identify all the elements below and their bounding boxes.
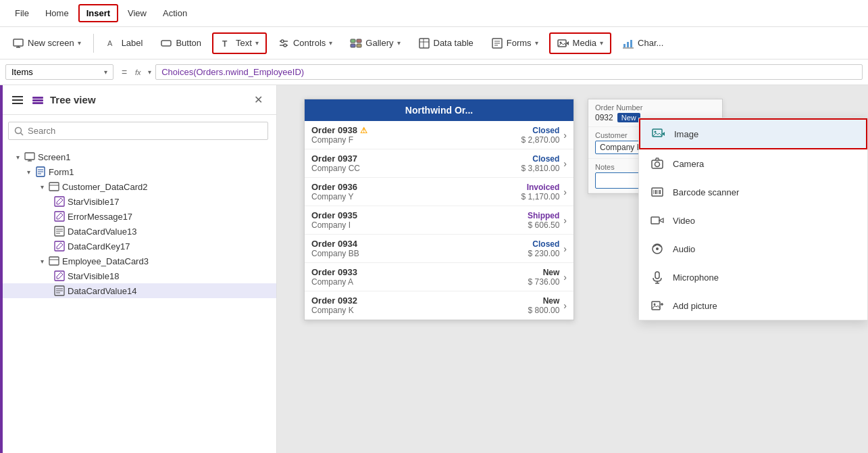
formula-dropdown-label: Items — [11, 67, 33, 77]
tree-item-employee-dc3[interactable]: ▾ Employee_DataCard3 — [0, 254, 276, 268]
order-arrow-0934[interactable]: › — [563, 243, 567, 254]
svg-line-33 — [21, 133, 24, 135]
gallery-chevron: ▾ — [397, 39, 401, 47]
order-amount-0932: $ 800.00 — [528, 306, 560, 315]
svg-rect-34 — [25, 153, 34, 160]
dropdown-item-microphone[interactable]: Microphone — [639, 263, 867, 291]
dropdown-item-image[interactable]: Image — [639, 118, 867, 149]
microphone-menu-icon — [650, 270, 665, 285]
tree-label-errormessage17: ErrorMessage17 — [68, 212, 132, 222]
text-chevron: ▾ — [255, 39, 259, 47]
tree-arrow-screen1[interactable]: ▾ — [14, 153, 22, 161]
screen-icon — [24, 151, 35, 162]
new-screen-icon — [12, 37, 24, 49]
data-table-button[interactable]: Data table — [411, 34, 480, 53]
new-screen-button[interactable]: New screen ▾ — [5, 34, 88, 53]
tree-item-customer-dc2[interactable]: ▾ Customer_DataCard2 — [0, 179, 276, 194]
layers-icon[interactable] — [31, 93, 45, 107]
svg-text:fx: fx — [135, 68, 141, 76]
order-row-0934[interactable]: Order 0934 Company BB Closed $ 230.00 › — [305, 235, 573, 263]
tree-arrow-dc2[interactable]: ▾ — [38, 183, 46, 191]
tree-label-datacardkey17: DataCardKey17 — [68, 241, 130, 252]
order-arrow-0933[interactable]: › — [563, 272, 567, 283]
chart-icon — [622, 37, 634, 49]
tree-arrow-form1[interactable]: ▾ — [24, 168, 32, 176]
hamburger-line-2 — [12, 99, 23, 101]
dropdown-item-audio[interactable]: Audio — [639, 235, 867, 263]
svg-point-77 — [654, 304, 656, 306]
order-company-0937: Company CC — [311, 164, 517, 173]
order-company-0932: Company K — [311, 306, 524, 315]
order-arrow-0936[interactable]: › — [563, 187, 567, 197]
search-box — [8, 122, 268, 140]
order-row-0936[interactable]: Order 0936 Company Y Invoiced $ 1,170.00… — [305, 178, 573, 206]
dropdown-label-barcode: Barcode scanner — [673, 187, 739, 197]
dropdown-item-add-picture[interactable]: Add picture — [639, 291, 867, 320]
tree-label-screen1: Screen1 — [38, 152, 70, 162]
order-company-0933: Company A — [311, 277, 524, 287]
insert-button-btn[interactable]: Button — [153, 34, 208, 53]
svg-rect-24 — [623, 44, 626, 47]
tree-item-datacardvalue13[interactable]: DataCardValue13 — [0, 224, 276, 239]
tree-item-datacardvalue14[interactable]: DataCardValue14 — [0, 283, 276, 298]
forms-chevron: ▾ — [535, 39, 538, 47]
svg-rect-50 — [49, 257, 59, 265]
data-table-label: Data table — [434, 38, 474, 48]
label-button[interactable]: A Label — [99, 34, 150, 53]
sidebar-close[interactable]: ✕ — [250, 92, 267, 108]
edit-icon-2 — [54, 211, 65, 222]
tree-item-screen1[interactable]: ▾ Screen1 — [0, 149, 276, 164]
order-row-0937[interactable]: Order 0937 Company CC Closed $ 3,810.00 … — [305, 149, 573, 178]
menu-action[interactable]: Action — [156, 5, 194, 21]
dropdown-item-barcode[interactable]: Barcode scanner — [639, 178, 867, 206]
text-button[interactable]: T Text ▾ — [212, 32, 267, 54]
menu-view[interactable]: View — [121, 5, 153, 21]
order-amount-0936: $ 1,170.00 — [521, 192, 560, 201]
order-num-0937: Order 0937 — [311, 153, 517, 164]
tree-item-form1[interactable]: ▾ Form1 — [0, 164, 276, 179]
order-arrow-0937[interactable]: › — [563, 158, 567, 169]
formula-dropdown-chevron: ▾ — [104, 68, 107, 76]
hamburger-menu[interactable] — [9, 93, 26, 107]
menu-home[interactable]: Home — [39, 5, 76, 21]
media-button[interactable]: Media ▾ — [549, 32, 611, 54]
tree-item-starvisible17[interactable]: StarVisible17 — [0, 194, 276, 209]
svg-rect-52 — [55, 271, 64, 281]
forms-button[interactable]: Forms ▾ — [484, 34, 545, 53]
svg-point-9 — [284, 44, 286, 47]
image-menu-icon — [651, 126, 666, 141]
controls-button[interactable]: Controls ▾ — [271, 34, 339, 53]
formula-dropdown[interactable]: Items ▾ — [5, 64, 113, 80]
hamburger-line-3 — [12, 103, 23, 104]
dropdown-item-camera[interactable]: Camera — [639, 149, 867, 178]
tree-item-starvisible18[interactable]: StarVisible18 — [0, 268, 276, 283]
tree-item-datacardkey17[interactable]: DataCardKey17 — [0, 239, 276, 254]
gallery-button[interactable]: Gallery ▾ — [343, 34, 407, 53]
order-badge: New — [617, 113, 640, 122]
tree-arrow-employee-dc3[interactable]: ▾ — [38, 258, 46, 265]
dropdown-label-microphone: Microphone — [673, 272, 719, 283]
order-arrow-0935[interactable]: › — [563, 215, 567, 226]
order-row-0933[interactable]: Order 0933 Company A New $ 736.00 › — [305, 263, 573, 291]
dropdown-label-video: Video — [673, 216, 695, 226]
menu-insert[interactable]: Insert — [78, 4, 118, 22]
menu-file[interactable]: File — [8, 5, 36, 21]
formula-input[interactable] — [155, 64, 863, 80]
dropdown-item-video[interactable]: Video — [639, 206, 867, 235]
chart-button[interactable]: Char... — [615, 34, 670, 53]
tree-item-errormessage17[interactable]: ErrorMessage17 — [0, 209, 276, 224]
controls-label: Controls — [293, 38, 326, 48]
order-arrow-0932[interactable]: › — [563, 300, 567, 311]
order-amount-0938: $ 2,870.00 — [521, 135, 560, 145]
order-company-0934: Company BB — [311, 249, 524, 258]
search-input[interactable] — [28, 126, 262, 136]
svg-rect-67 — [651, 217, 659, 224]
order-num-0932: Order 0932 — [311, 295, 524, 306]
order-row-0938[interactable]: Order 0938 ⚠ Company F Closed $ 2,870.00… — [305, 121, 573, 149]
order-row-0932[interactable]: Order 0932 Company K New $ 800.00 › — [305, 291, 573, 320]
order-arrow-0938[interactable]: › — [563, 130, 567, 141]
formula-fx-area: fx ▾ — [135, 67, 151, 78]
tree-view: ▾ Screen1 ▾ Form1 — [0, 147, 276, 453]
order-row-0935[interactable]: Order 0935 Company I Shipped $ 606.50 › — [305, 206, 573, 235]
order-status-0938: Closed — [521, 126, 560, 135]
